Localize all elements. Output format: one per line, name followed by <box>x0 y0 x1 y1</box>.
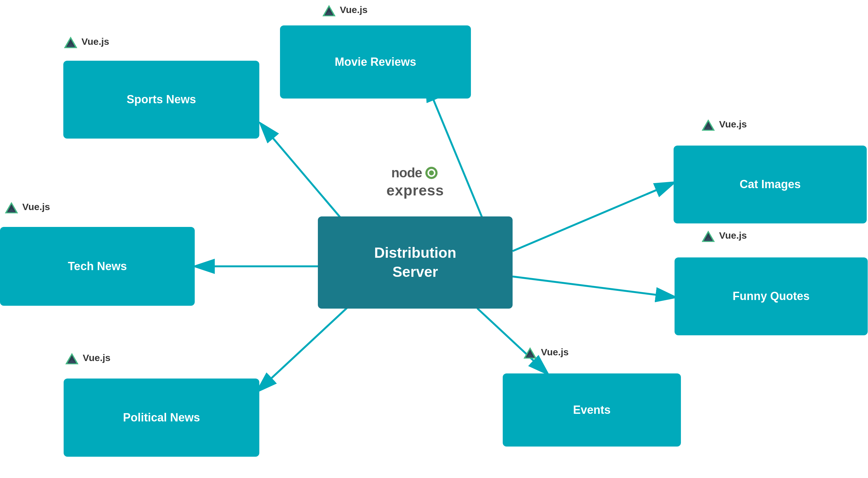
vuejs-logo-events <box>522 345 538 360</box>
distribution-server-node: DistributionServer <box>318 216 513 309</box>
arrow-sports <box>261 124 350 229</box>
arrow-cat <box>513 183 674 251</box>
vue-label-cat: Vue.js <box>719 119 747 130</box>
distribution-server-label: DistributionServer <box>374 243 456 282</box>
vuejs-logo-movie <box>321 3 337 17</box>
cat-images-node: Cat Images <box>674 145 867 224</box>
express-text: express <box>347 182 484 199</box>
vuejs-logo-funny <box>700 228 717 243</box>
svg-point-18 <box>429 170 434 175</box>
arrow-funny <box>513 276 675 297</box>
nodejs-icon <box>424 165 439 180</box>
vue-label-political: Vue.js <box>83 352 111 363</box>
political-news-node: Political News <box>64 378 259 457</box>
vue-badge-cat: Vue.js <box>700 117 747 132</box>
vuejs-logo-tech <box>3 200 20 214</box>
vue-badge-sports: Vue.js <box>62 34 109 49</box>
vue-badge-tech: Vue.js <box>3 200 50 214</box>
tech-news-label: Tech News <box>68 259 127 274</box>
express-logo: node express <box>347 165 484 199</box>
events-label: Events <box>573 403 611 418</box>
arrow-political <box>258 305 350 391</box>
sports-news-node: Sports News <box>63 61 259 139</box>
diagram: Vue.js Sports News Vue.js Tech News Vue.… <box>0 0 868 478</box>
political-news-label: Political News <box>123 410 200 425</box>
vuejs-logo-cat <box>700 117 717 132</box>
tech-news-node: Tech News <box>0 227 195 306</box>
vue-badge-events: Vue.js <box>522 345 568 360</box>
movie-reviews-label: Movie Reviews <box>335 55 416 70</box>
sports-news-label: Sports News <box>127 92 196 107</box>
vue-badge-movie: Vue.js <box>321 3 368 17</box>
funny-quotes-label: Funny Quotes <box>733 289 810 304</box>
vue-label-sports: Vue.js <box>82 36 109 47</box>
arrow-events <box>477 308 547 373</box>
movie-reviews-node: Movie Reviews <box>280 26 471 99</box>
vue-label-tech: Vue.js <box>22 202 50 212</box>
vue-label-funny: Vue.js <box>719 230 747 241</box>
funny-quotes-node: Funny Quotes <box>675 258 868 335</box>
arrow-movie <box>426 82 487 229</box>
vuejs-logo-sports <box>62 34 79 49</box>
vue-label-movie: Vue.js <box>340 4 368 15</box>
events-node: Events <box>503 373 681 447</box>
vue-label-events: Vue.js <box>541 347 568 357</box>
vue-badge-political: Vue.js <box>64 350 111 365</box>
vue-badge-funny: Vue.js <box>700 228 747 243</box>
cat-images-label: Cat Images <box>740 177 801 192</box>
vuejs-logo-political <box>64 350 80 365</box>
